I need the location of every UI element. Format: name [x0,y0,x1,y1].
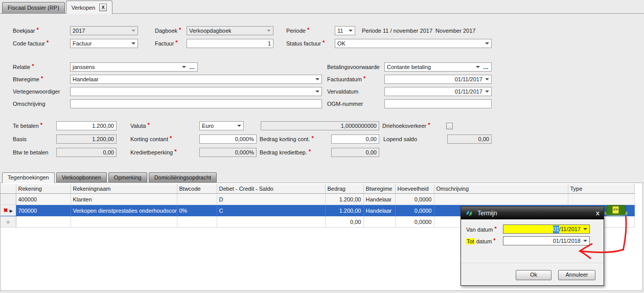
tot-datum-value: 01/11/2018 [553,237,581,245]
dagboek-label: Dagboek* [155,26,181,35]
periode-label: Periode* [286,26,309,35]
status-factuur-select[interactable]: OK [335,39,492,48]
required-asterisk: * [170,135,172,141]
termijn-type-icon[interactable]: <> [606,205,626,215]
chevron-down-icon [485,91,489,93]
grid-header-row: Rekening Rekeningnaam Btwcode Debet - Cr… [1,184,634,194]
vervaldatum-input[interactable]: 01/11/2017 [384,87,492,96]
cell-rekening[interactable]: 700000 [16,205,71,216]
te-betalen-input[interactable]: 1.200,00 [56,121,117,130]
row-selector[interactable]: ✳ [1,216,16,228]
main-tab-bar: Fiscaal Dossier (RP) Verkopen x [0,0,644,14]
relatie-select[interactable]: janssens… [70,62,198,72]
cell-rekeningnaam[interactable]: Klanten [71,194,177,205]
kredietbeperking-field: 0,000% [199,148,257,157]
row-selector[interactable]: ✖▶ [1,205,16,216]
factuur-label: Factuur* [155,39,178,48]
cell-btwcode[interactable] [177,194,217,205]
cell-omschrijving[interactable] [434,194,568,205]
vertegenwoordiger-select[interactable] [70,87,322,96]
cell-btwregime[interactable]: Handelaar [363,194,395,205]
tab-fiscaal-dossier[interactable]: Fiscaal Dossier (RP) [2,2,65,13]
tab-opmerking[interactable]: Opmerking [108,172,147,183]
col-btwregime[interactable]: Btwregime [363,184,395,194]
boekjaar-select[interactable]: 2017 [70,26,138,35]
col-debet-credit-saldo[interactable]: Debet - Credit - Saldo [217,184,325,194]
status-factuur-label: Status factuur* [286,39,325,48]
tab-tegenboekingen[interactable]: Tegenboekingen [2,172,55,183]
vertegenwoordiger-label: Vertegenwoordiger [13,87,60,96]
cell-btwregime[interactable]: Handelaar [363,205,395,216]
dagboek-select[interactable]: Verkoopdagboek [187,26,273,35]
tab-verkoopbonnen[interactable]: Verkoopbonnen [56,172,107,183]
cell-btwcode[interactable]: 0% [177,205,217,216]
table-row[interactable]: 400000 Klanten D 1.200,00 Handelaar 0,00… [1,194,634,205]
periode-select[interactable]: 11 [335,26,355,35]
basis-label: Basis [13,134,27,144]
chevron-down-icon [485,78,489,80]
required-asterisk: * [174,148,176,154]
lopend-saldo-field: 0,00 [447,134,492,144]
document-code-icon: <> [612,206,619,214]
cell-hoeveelheid[interactable]: 0,0000 [395,194,434,205]
omschrijving-input[interactable] [70,99,322,108]
dialog-title-bar[interactable]: Termijn x [461,207,604,219]
cell-btwregime[interactable] [363,216,395,228]
required-asterisk: * [311,135,313,141]
tab-verkopen[interactable]: Verkopen x [66,1,112,14]
annuleer-button[interactable]: Annuleer [558,270,595,280]
vervaldatum-label: Vervaldatum [327,87,358,96]
chevron-down-icon [131,42,135,44]
cell-btwcode[interactable] [177,216,217,228]
lookup-ellipsis-icon[interactable]: … [483,65,489,69]
col-rekening[interactable]: Rekening [16,184,71,194]
ok-button[interactable]: Ok [516,270,551,280]
delete-row-icon[interactable]: ✖ [4,207,8,213]
chevron-down-icon [583,240,587,242]
cell-rekening[interactable]: 400000 [16,194,71,205]
korting-contant-input[interactable]: 0,000% [199,134,257,144]
van-datum-input[interactable]: 01/11/2017 [503,224,590,234]
cell-bedrag[interactable]: 0,00 [325,216,363,228]
cell-hoeveelheid[interactable]: 0,0000 [395,205,434,216]
required-asterisk: * [36,27,38,33]
cell-type[interactable] [568,194,634,205]
btwregime-select[interactable]: Handelaar [70,75,322,84]
cell-bedrag[interactable]: 1.200,00 [325,205,363,216]
cell-hoeveelheid[interactable]: 0,0000 [395,216,434,228]
betalingsvoorwaarde-select[interactable]: Contante betaling… [384,62,492,72]
dialog-title: Termijn [477,210,497,217]
tab-domicilieringsopdracht[interactable]: Domiciliëringsopdracht [149,172,217,183]
driehoeksverkeer-checkbox[interactable] [446,123,453,129]
col-bedrag[interactable]: Bedrag [325,184,363,194]
detail-tab-bar: Tegenboekingen Verkoopbonnen Opmerking D… [0,172,644,183]
col-type[interactable]: Type [568,184,634,194]
cell-dcs[interactable]: D [217,194,325,205]
tot-datum-input[interactable]: 01/11/2018 [503,236,590,245]
cell-bedrag[interactable]: 1.200,00 [325,194,363,205]
factuurdatum-input[interactable]: 01/11/2017 [384,75,492,84]
cell-dcs[interactable]: C [217,205,325,216]
cell-rekening[interactable] [16,216,71,228]
dialog-close-icon[interactable]: x [596,210,600,216]
col-rekeningnaam[interactable]: Rekeningnaam [71,184,177,194]
factuur-input[interactable]: 1 [187,39,273,48]
bedrag-korting-input[interactable]: 0,00 [331,134,379,144]
cell-rekeningnaam[interactable] [71,216,177,228]
chevron-down-icon [131,30,135,32]
dialog-separator [461,263,604,264]
boekjaar-label: Boekjaar* [13,26,39,35]
cell-dcs[interactable] [217,216,325,228]
col-omschrijving[interactable]: Omschrijving [434,184,568,194]
lookup-ellipsis-icon[interactable]: … [189,65,195,69]
wisselkoers-field: 1,0000000000 [261,121,379,130]
betalingsvoorwaarde-label: Betalingsvoorwaarde [327,62,380,72]
col-btwcode[interactable]: Btwcode [177,184,217,194]
valuta-select[interactable]: Euro [199,121,244,130]
cell-rekeningnaam[interactable]: Verkopen dienstprestaties onderhoudscont… [71,205,177,216]
ogm-nummer-input[interactable] [384,99,492,108]
close-tab-icon[interactable]: x [99,4,107,11]
code-factuur-select[interactable]: Factuur [70,39,138,48]
col-hoeveelheid[interactable]: Hoeveelheid [395,184,434,194]
row-selector[interactable] [1,194,16,205]
